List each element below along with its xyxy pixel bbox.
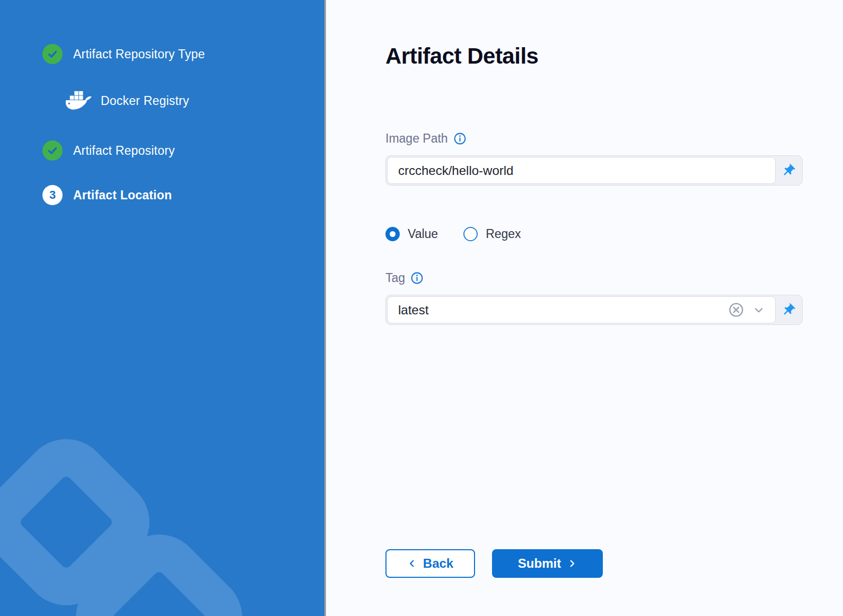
radio-unselected-icon (463, 227, 478, 241)
image-path-input-group (385, 155, 803, 186)
step-docker-registry[interactable]: Docker Registry (42, 90, 324, 111)
back-button[interactable]: Back (385, 549, 475, 578)
submit-button[interactable]: Submit (492, 549, 603, 578)
info-icon[interactable] (453, 132, 467, 145)
artifact-details-panel: Artifact Details Image Path (326, 0, 843, 616)
match-type-radio-group: Value Regex (385, 227, 843, 241)
steps-list: Artifact Repository Type (0, 0, 324, 205)
image-path-pin-button[interactable] (776, 157, 801, 184)
step-artifact-repository[interactable]: Artifact Repository (42, 140, 324, 161)
wizard-steps-sidebar: Artifact Repository Type (0, 0, 326, 616)
step-label: Docker Registry (101, 94, 189, 108)
step-number-badge: 3 (42, 185, 63, 205)
image-path-text-box (387, 157, 776, 184)
step-complete-icon (42, 44, 63, 64)
tag-text-box (387, 296, 776, 323)
pushpin-icon (781, 303, 796, 318)
step-label: Artifact Repository Type (73, 47, 205, 61)
tag-label: Tag (385, 271, 405, 285)
chevron-down-icon[interactable] (752, 303, 766, 317)
chevron-right-icon (567, 559, 577, 568)
radio-regex[interactable]: Regex (463, 227, 521, 241)
tag-label-row: Tag (385, 271, 843, 285)
wizard-footer-buttons: Back Submit (385, 549, 843, 578)
step-complete-icon (42, 140, 63, 161)
tag-input[interactable] (398, 303, 728, 318)
submit-button-label: Submit (518, 556, 561, 571)
image-path-label: Image Path (385, 131, 448, 146)
artifact-wizard-window: Artifact Repository Type (0, 0, 843, 616)
clear-icon[interactable] (728, 302, 744, 318)
tag-input-group (385, 295, 803, 325)
step-artifact-repository-type[interactable]: Artifact Repository Type (42, 44, 324, 64)
tag-pin-button[interactable] (776, 296, 801, 323)
radio-value[interactable]: Value (385, 227, 438, 241)
step-label: Artifact Location (73, 188, 172, 203)
radio-value-label: Value (408, 227, 438, 241)
image-path-input[interactable] (398, 163, 768, 178)
image-path-label-row: Image Path (385, 131, 843, 146)
step-artifact-location[interactable]: 3 Artifact Location (42, 185, 324, 205)
back-button-label: Back (423, 556, 453, 571)
pushpin-icon (781, 163, 796, 178)
info-icon[interactable] (410, 271, 424, 285)
step-label: Artifact Repository (73, 144, 175, 158)
radio-selected-icon (385, 227, 400, 241)
chevron-left-icon (407, 559, 417, 568)
page-title: Artifact Details (385, 42, 843, 70)
docker-whale-icon (64, 90, 92, 111)
radio-regex-label: Regex (486, 227, 521, 241)
